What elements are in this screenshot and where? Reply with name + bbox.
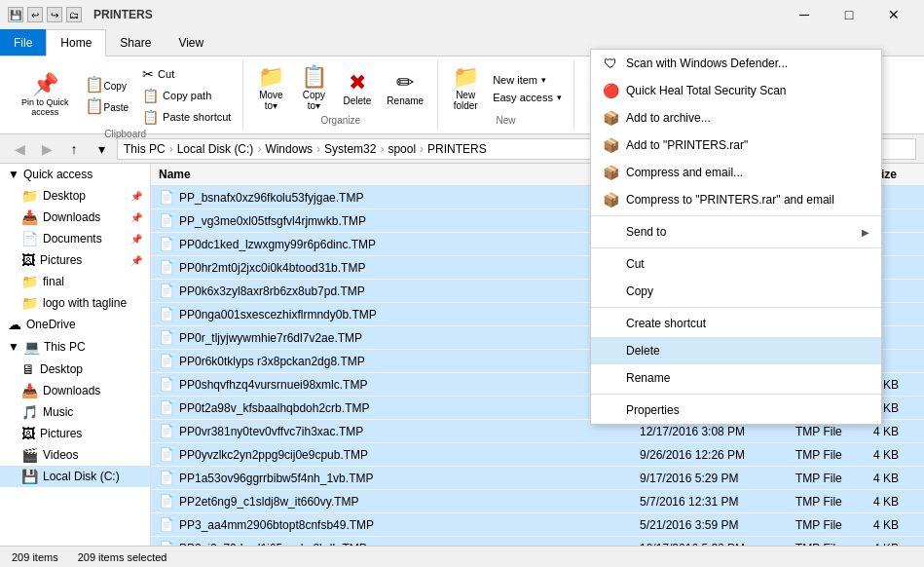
file-date: 9/17/2016 5:29 PM <box>632 468 788 489</box>
table-row[interactable]: 📄 PP2et6ng9_c1sldj8w_it660vy.TMP 5/7/201… <box>151 490 924 513</box>
pin-to-quick-access-button[interactable]: 📌 Pin to Quickaccess <box>16 72 75 119</box>
sidebar-item-pc-desktop[interactable]: 🖥 Desktop <box>0 359 150 380</box>
sidebar-this-pc[interactable]: ▼ 💻 This PC <box>0 335 150 359</box>
undo-icon[interactable]: ↩ <box>27 7 43 22</box>
copy-path-button[interactable]: 📋 Copy path <box>138 86 235 105</box>
sidebar-item-pc-videos[interactable]: 🎬 Videos <box>0 444 150 466</box>
breadcrumb-spool[interactable]: spool <box>388 142 416 156</box>
file-name: PP2et6ng9_c1sldj8w_it660vy.TMP <box>179 495 359 509</box>
file-name: PP3_aa4mm2906btopt8cnfsb49.TMP <box>179 518 374 532</box>
cut-button[interactable]: ✂ Cut <box>138 64 235 84</box>
context-menu-item[interactable]: Send to ▶ <box>591 218 881 246</box>
tab-file[interactable]: File <box>0 29 46 56</box>
copy-to-button[interactable]: 📋 Copyto▾ <box>294 64 333 113</box>
sidebar-item-pc-downloads[interactable]: 📥 Downloads <box>0 380 150 401</box>
new-folder-button[interactable]: 📁 Newfolder <box>446 64 485 113</box>
easy-access-button[interactable]: Easy access▾ <box>489 90 566 105</box>
pc-videos-icon: 🎬 <box>21 447 38 463</box>
properties-icon[interactable]: 🗂 <box>66 7 82 22</box>
sidebar-item-final[interactable]: 📁 final <box>0 271 150 292</box>
file-date: 10/17/2016 5:28 PM <box>632 538 788 547</box>
ctx-item-icon: 📦 <box>603 192 618 208</box>
back-button[interactable]: ◀ <box>8 137 31 161</box>
forward-button[interactable]: ▶ <box>35 137 58 161</box>
sidebar-item-pc-pictures[interactable]: 🖼 Pictures <box>0 423 150 444</box>
context-menu-item[interactable]: 🛡 Scan with Windows Defender... <box>591 50 881 77</box>
context-menu-item[interactable]: 📦 Compress to "PRINTERS.rar" and email <box>591 186 881 213</box>
file-type: TMP File <box>788 514 866 536</box>
breadcrumb-windows[interactable]: Windows <box>265 142 313 156</box>
file-date: 9/26/2016 12:26 PM <box>632 444 788 466</box>
paste-shortcut-button[interactable]: 📋 Paste shortcut <box>138 107 235 127</box>
close-button[interactable]: ✕ <box>871 0 916 29</box>
redo-icon[interactable]: ↪ <box>47 7 62 22</box>
copy-label: Copy <box>104 81 127 92</box>
ctx-item-icon: 📦 <box>603 110 618 126</box>
table-row[interactable]: 📄 PP0yvzlkc2yn2ppg9cij0e9cpub.TMP 9/26/2… <box>151 443 924 467</box>
context-menu-item[interactable]: 📦 Add to "PRINTERS.rar" <box>591 132 881 159</box>
sidebar-item-local-disk[interactable]: 💾 Local Disk (C:) <box>0 466 150 487</box>
file-size: 4 KB <box>866 491 924 512</box>
breadcrumb-this-pc[interactable]: This PC <box>124 142 166 156</box>
ctx-item-label: Scan with Windows Defender... <box>626 57 788 70</box>
file-icon: 📄 <box>159 284 174 298</box>
context-menu-item[interactable]: Delete <box>591 337 881 364</box>
sidebar-item-pc-music[interactable]: 🎵 Music <box>0 401 150 423</box>
delete-button[interactable]: ✖ Delete <box>337 70 377 108</box>
up-button[interactable]: ↑ <box>62 137 86 161</box>
context-menu-item[interactable]: 🔴 Quick Heal Total Security Scan <box>591 77 881 104</box>
col-header-name[interactable]: Name <box>151 164 632 185</box>
table-row[interactable]: 📄 PP1a53ov96ggrrbibw5f4nh_1vb.TMP 9/17/2… <box>151 467 924 490</box>
context-menu-item[interactable]: 📦 Add to archive... <box>591 104 881 132</box>
organize-buttons: 📁 Moveto▾ 📋 Copyto▾ ✖ Delete ✏ Rename <box>251 64 429 113</box>
context-menu-item[interactable]: 📦 Compress and email... <box>591 159 881 186</box>
context-menu-item[interactable]: Properties <box>591 397 881 424</box>
ctx-item-label: Add to "PRINTERS.rar" <box>626 138 748 152</box>
sidebar-item-downloads[interactable]: 📥 Downloads 📌 <box>0 207 150 228</box>
file-icon: 📄 <box>159 260 174 275</box>
file-icon: 📄 <box>159 471 174 485</box>
new-item-button[interactable]: New item▾ <box>489 72 566 88</box>
file-icon: 📄 <box>159 190 174 205</box>
file-date: 5/7/2016 12:31 PM <box>632 491 788 512</box>
breadcrumb-printers[interactable]: PRINTERS <box>427 142 487 156</box>
tab-share[interactable]: Share <box>106 29 165 56</box>
maximize-button[interactable]: □ <box>827 0 871 29</box>
sidebar-item-desktop[interactable]: 📁 Desktop 📌 <box>0 185 150 207</box>
clipboard-buttons: 📌 Pin to Quickaccess 📋 Copy 📋 Paste ✂ Cu… <box>16 64 235 127</box>
ctx-item-icon <box>603 316 618 331</box>
sidebar-item-pictures[interactable]: 🖼 Pictures 📌 <box>0 249 150 271</box>
context-menu-item[interactable]: Rename <box>591 364 881 392</box>
title-bar: 💾 ↩ ↪ 🗂 PRINTERS ─ □ ✕ <box>0 0 924 29</box>
sidebar-pc-desktop-label: Desktop <box>40 362 83 376</box>
sidebar-item-documents[interactable]: 📄 Documents 📌 <box>0 228 150 249</box>
paste-button[interactable]: 📋 Paste <box>79 96 135 116</box>
tab-view[interactable]: View <box>165 29 217 56</box>
sidebar-final-label: final <box>43 275 64 288</box>
ctx-item-label: Add to archive... <box>626 111 711 125</box>
new-label: New <box>497 115 516 126</box>
tab-home[interactable]: Home <box>46 29 106 57</box>
quick-access-icon[interactable]: 💾 <box>8 7 23 22</box>
sidebar-item-onedrive[interactable]: ☁ OneDrive <box>0 314 150 335</box>
quick-access-header[interactable]: ▼ Quick access <box>0 164 150 185</box>
context-menu-item[interactable]: Cut <box>591 250 881 278</box>
recent-button[interactable]: ▾ <box>90 137 113 161</box>
sidebar-pc-videos-label: Videos <box>43 448 78 462</box>
move-to-label: Moveto▾ <box>259 90 282 111</box>
move-to-button[interactable]: 📁 Moveto▾ <box>251 64 290 113</box>
context-menu-item[interactable]: Create shortcut <box>591 310 881 337</box>
breadcrumb-system32[interactable]: System32 <box>324 142 376 156</box>
rename-button[interactable]: ✏ Rename <box>381 70 429 108</box>
copy-button[interactable]: 📋 Copy <box>79 75 135 94</box>
file-name: PP0hr2mt0j2jxc0i0k4btood31b.TMP <box>179 261 365 275</box>
breadcrumb-local-disk[interactable]: Local Disk (C:) <box>177 142 254 156</box>
table-row[interactable]: 📄 PP3_aa4mm2906btopt8cnfsb49.TMP 5/21/20… <box>151 513 924 537</box>
table-row[interactable]: 📄 PP3ej3o79dnwl1j65ssolyr2bdb.TMP 10/17/… <box>151 537 924 546</box>
sidebar-item-logo[interactable]: 📁 logo with tagline <box>0 292 150 314</box>
pc-desktop-icon: 🖥 <box>21 361 35 377</box>
context-menu-item[interactable]: Copy <box>591 278 881 305</box>
file-size: 4 KB <box>866 468 924 489</box>
minimize-button[interactable]: ─ <box>782 0 827 29</box>
move-to-icon: 📁 <box>258 66 284 88</box>
